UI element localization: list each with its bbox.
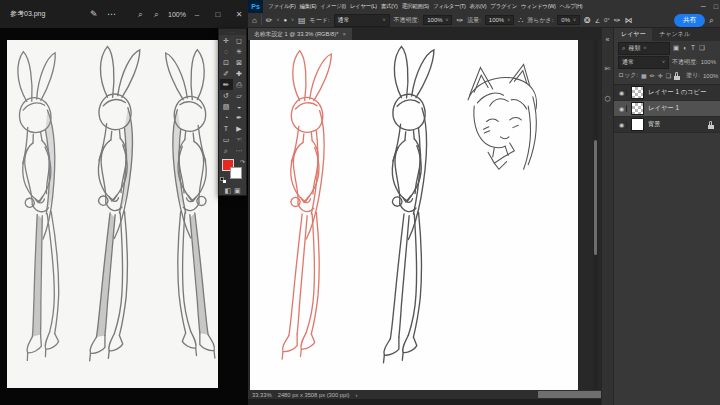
ps-minimize-button[interactable]: ─ — [701, 3, 706, 10]
document-tab[interactable]: 名称未設定 1 @ 33.3% (RGB/8)* × — [248, 28, 352, 40]
fill-value[interactable]: 100% — [703, 73, 718, 79]
layer-thumbnail[interactable] — [631, 102, 644, 115]
visibility-eye-icon[interactable]: ◉ — [617, 121, 627, 128]
viewer-close-button[interactable]: ✕ — [232, 10, 246, 19]
menu-item-5[interactable]: 書式(Y) — [381, 3, 398, 10]
quick-selection-tool[interactable]: ✳ — [233, 46, 246, 57]
smoothing-select[interactable]: 0%˅ — [557, 15, 580, 25]
clone-stamp-tool[interactable]: ⎙ — [233, 79, 246, 90]
collapse-panels-icon[interactable]: « — [606, 36, 610, 43]
lock-image-pixels-icon[interactable]: ✏ — [650, 72, 655, 79]
default-colors-icon[interactable] — [220, 177, 226, 183]
eyedropper-tool[interactable]: ✐ — [220, 68, 233, 79]
filter-shape-layers-icon[interactable]: ❏ — [699, 44, 705, 52]
layer-opacity-value[interactable]: 100% — [701, 59, 716, 65]
status-arrow-icon[interactable]: › — [356, 392, 358, 398]
move-tool[interactable]: ✛ — [220, 35, 233, 46]
visibility-eye-icon[interactable]: ◉ — [617, 89, 627, 96]
flow-select[interactable]: 100%˅ — [485, 15, 514, 25]
chevron-down-icon[interactable]: ˅ — [291, 17, 294, 23]
opacity-select[interactable]: 100%˅ — [423, 15, 452, 25]
menu-item-6[interactable]: 選択範囲(S) — [402, 3, 429, 10]
layer-row[interactable]: ◉レイヤー 1 のコピー — [614, 85, 720, 101]
brush-preset-icon[interactable]: ✏ — [266, 16, 273, 25]
chevron-down-icon[interactable]: ˅ — [277, 17, 280, 23]
status-zoom-level[interactable]: 33.33% — [252, 392, 272, 398]
reference-image[interactable] — [7, 40, 218, 388]
filter-adjustment-layers-icon[interactable]: ◐ — [683, 44, 687, 52]
panel-tab-レイヤー[interactable]: レイヤー — [614, 28, 652, 41]
menu-item-7[interactable]: フィルター(T) — [433, 3, 466, 10]
marquee-tool[interactable]: ◻ — [233, 35, 246, 46]
viewer-zoom-level[interactable]: 100% — [168, 11, 186, 18]
pressure-opacity-icon[interactable]: ✑ — [456, 16, 463, 25]
eraser-tool[interactable]: ▱ — [233, 90, 246, 101]
filter-pixel-layers-icon[interactable]: ▣ — [673, 44, 679, 52]
crop-tool[interactable]: ⊡ — [220, 57, 233, 68]
viewer-maximize-button[interactable]: □ — [211, 10, 225, 19]
edit-image-icon[interactable]: ✎ — [90, 9, 98, 19]
menu-item-9[interactable]: プラグイン — [490, 3, 517, 10]
cube-icon[interactable]: ⬡ — [604, 95, 610, 103]
brush-tool[interactable]: ✏ — [220, 79, 233, 90]
airbrush-icon[interactable]: ∴ — [518, 16, 523, 25]
pressure-size-icon[interactable]: ✑ — [614, 16, 621, 25]
healing-brush-tool[interactable]: ✚ — [233, 68, 246, 79]
menu-item-8[interactable]: 表示(V) — [470, 3, 487, 10]
hand-tool[interactable]: ☜ — [233, 134, 246, 145]
blend-mode-select[interactable]: 通常˅ — [334, 14, 390, 27]
background-color-swatch[interactable] — [230, 167, 242, 179]
zoom-tool[interactable]: ⌕ — [220, 145, 233, 156]
menu-item-4[interactable]: レイヤー(L) — [350, 3, 377, 10]
layer-blend-mode-select[interactable]: 通常 ˅ — [618, 56, 669, 69]
swap-colors-icon[interactable]: ↷ — [240, 158, 245, 165]
viewer-minimize-button[interactable]: – — [190, 10, 204, 19]
more-options-icon[interactable]: ⋯ — [107, 9, 116, 19]
path-selection-tool[interactable]: ▶ — [233, 123, 246, 134]
zoom-in-icon[interactable]: ⌕ — [154, 9, 159, 20]
dodge-tool[interactable]: ◔ — [220, 112, 233, 123]
visibility-eye-icon[interactable]: ◉ — [617, 105, 627, 112]
screen-mode-icon[interactable]: ▣ — [234, 187, 241, 195]
lasso-tool[interactable]: ◌ — [220, 46, 233, 57]
frame-tool[interactable]: ⊠ — [233, 57, 246, 68]
menu-item-1[interactable]: ファイル(F) — [268, 3, 295, 10]
menu-item-10[interactable]: ウィンドウ(W) — [521, 3, 556, 10]
layer-row[interactable]: ◉レイヤー 1 — [614, 101, 720, 117]
gradient-tool[interactable]: ▨ — [220, 101, 233, 112]
layer-thumbnail[interactable] — [631, 86, 644, 99]
toggle-brush-panel-icon[interactable]: ▤ — [298, 16, 306, 25]
tab-close-icon[interactable]: × — [343, 31, 347, 37]
scrollbar-thumb[interactable] — [594, 140, 597, 255]
history-brush-tool[interactable]: ↺ — [220, 90, 233, 101]
blur-tool[interactable]: ◒ — [233, 101, 246, 112]
menu-item-2[interactable]: 編集(E) — [299, 3, 316, 10]
menu-item-11[interactable]: ヘルプ(H) — [560, 3, 583, 10]
quick-mask-icon[interactable]: ◧ — [224, 187, 231, 195]
layer-row[interactable]: ◉背景 — [614, 117, 720, 133]
type-tool[interactable]: T — [220, 123, 233, 134]
zoom-out-icon[interactable]: ⌕ — [138, 9, 143, 20]
brush-size-preview[interactable]: ● — [283, 17, 287, 23]
scissors-icon[interactable]: ✄ — [605, 65, 611, 73]
home-icon[interactable]: ⌂ — [252, 16, 257, 25]
panel-tab-チャンネル[interactable]: チャンネル — [652, 28, 697, 41]
menu-item-3[interactable]: イメージ(I) — [320, 3, 345, 10]
pen-tool[interactable]: ✒ — [233, 112, 246, 123]
lock-artboard-icon[interactable]: ❏ — [666, 72, 671, 79]
lock-all-icon[interactable] — [674, 72, 681, 80]
share-button[interactable]: 共有 — [674, 14, 705, 27]
brush-angle-value[interactable]: 0° — [604, 17, 610, 23]
canvas[interactable] — [250, 40, 578, 390]
smoothing-gear-icon[interactable]: ❂ — [584, 16, 591, 25]
search-icon[interactable]: ⌕ — [709, 15, 714, 26]
lock-position-icon[interactable]: ✛ — [658, 72, 663, 79]
ps-maximize-button[interactable]: □ — [714, 3, 718, 10]
symmetry-icon[interactable]: ⋈ — [624, 16, 632, 25]
edit-toolbar[interactable]: ⋯ — [233, 145, 246, 156]
filter-type-layers-icon[interactable]: T — [691, 44, 695, 52]
layer-filter-select[interactable]: ⌕ 種類 ˅ — [618, 42, 670, 55]
layer-thumbnail[interactable] — [631, 118, 644, 131]
shape-tool[interactable]: ▭ — [220, 134, 233, 145]
vertical-scrollbar[interactable] — [593, 40, 598, 390]
